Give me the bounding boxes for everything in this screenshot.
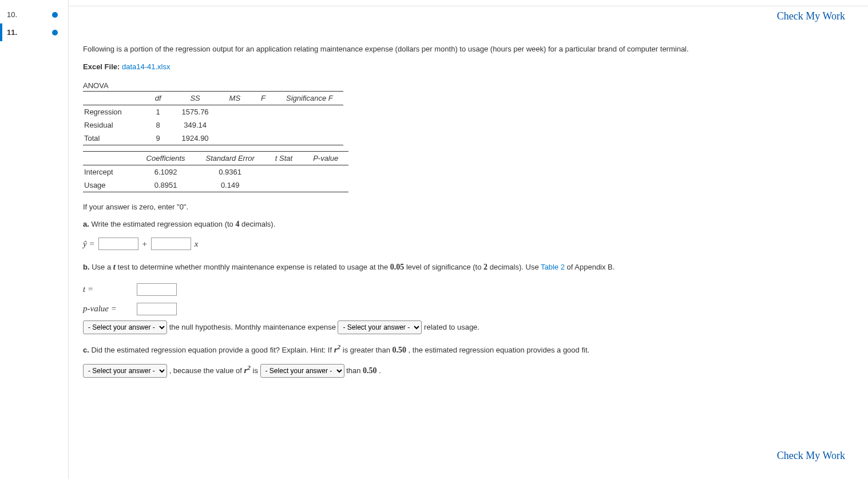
status-dot-icon [52,30,58,35]
part-b-prefix: b. [83,263,90,271]
cell-ss: 1924.90 [172,132,219,145]
part-b-text2: test to determine whether monthly mainte… [118,263,390,271]
part-a-prefix: a. [83,220,89,228]
cell-p [303,179,348,192]
cell-label: Usage [83,179,136,192]
cell-f [251,118,276,132]
q-num-10: 10. [7,10,24,19]
part-c-is: is [253,366,260,375]
part-c: c. Did the estimated regression equation… [83,341,845,378]
slope-input[interactable] [151,237,191,250]
table-row: Residual 8 349.14 [83,118,343,132]
cell-df: 8 [145,118,172,132]
r2-symbol2: r2 [244,366,250,375]
check-my-work-top-link[interactable]: Check My Work [777,10,845,22]
cell-t [265,179,303,192]
part-a-text: Write the estimated regression equation … [91,220,235,228]
coefficients-table: Coefficients Standard Error t Stat P-val… [83,151,348,192]
table-row: Regression 1 1575.76 [83,105,343,119]
hypothesis-decision-select[interactable]: - Select your answer - [83,320,167,334]
check-my-work-bottom-link[interactable]: Check My Work [777,450,845,462]
relation-select[interactable]: - Select your answer - [338,320,422,334]
part-b-mid2: related to usage. [424,323,479,331]
pvalue-input[interactable] [137,303,177,315]
main-content: Check My Work Following is a portion of … [69,0,868,479]
part-c-text2: is greater than [343,346,393,354]
cell-ms [219,105,251,119]
q-num-11: 11. [7,28,24,37]
part-c-text3: , the estimated regression equation prov… [409,346,590,354]
anova-table: df SS MS F Significance F Regression 1 1… [83,91,343,145]
table-row: Usage 0.8951 0.149 [83,179,348,192]
cell-label: Residual [83,118,145,132]
cell-df: 9 [145,132,172,145]
th-se: Standard Error [196,152,265,165]
part-c-than: than [346,366,363,375]
cell-label: Regression [83,105,145,119]
cell-coef: 0.8951 [136,179,196,192]
plus-sign: + [142,236,148,252]
part-b-mid1: the null hypothesis. Monthly maintenance… [169,323,338,331]
divider [69,6,868,6]
intercept-input[interactable] [98,237,138,250]
th-tstat: t Stat [265,152,303,165]
zero-instruction: If your answer is zero, enter "0". [83,203,845,211]
sidebar-item-q11[interactable]: 11. [0,23,68,41]
part-b: b. Use a t test to determine whether mon… [83,259,845,334]
part-c-dot: . [379,366,381,375]
cell-sig [276,132,343,145]
table2-link[interactable]: Table 2 [541,263,565,271]
dec-val: 2 [483,263,487,271]
cell-ms [219,132,251,145]
cell-sig [276,118,343,132]
th-pval: P-value [303,152,348,165]
question-sidebar: 10. 11. [0,0,69,479]
cell-label: Total [83,132,145,145]
yhat-label: ŷ = [83,236,95,252]
anova-title: ANOVA [83,81,845,90]
pvalue-label: p-value = [83,300,134,317]
part-c-prefix: c. [83,346,89,354]
cell-ss: 1575.76 [172,105,219,119]
t-italic: t [113,262,116,271]
th-sigf: Significance F [276,92,343,105]
part-a-decimals: 4 [235,220,239,228]
part-c-comma: , because the value of [169,366,244,375]
part-b-text1: Use a [92,263,113,271]
sidebar-item-q10[interactable]: 10. [0,6,68,23]
excel-file-link[interactable]: data14-41.xlsx [122,62,171,71]
t-stat-input[interactable] [137,283,177,296]
cell-coef: 6.1092 [136,165,196,179]
cell-f [251,105,276,119]
part-c-text1: Did the estimated regression equation pr… [91,346,334,354]
cell-ms [219,118,251,132]
part-b-text4: decimals). Use [490,263,541,271]
th-df: df [145,92,172,105]
part-b-text3: level of significance (to [406,263,483,271]
goodfit-select[interactable]: - Select your answer - [83,364,167,378]
cell-df: 1 [145,105,172,119]
th-blank [83,92,145,105]
cell-se: 0.149 [196,179,265,192]
th-blank [83,152,136,165]
problem-intro: Following is a portion of the regression… [83,43,845,56]
table-row: Intercept 6.1092 0.9361 [83,165,348,179]
cell-t [265,165,303,179]
t-label: t = [83,281,134,298]
part-a: a. Write the estimated regression equati… [83,217,845,252]
cell-label: Intercept [83,165,136,179]
alpha-val: 0.05 [390,263,405,271]
status-dot-icon [52,12,58,18]
th-coef: Coefficients [136,152,196,165]
excel-file-line: Excel File: data14-41.xlsx [83,62,845,71]
cell-p [303,165,348,179]
cell-sig [276,105,343,119]
th-ss: SS [172,92,219,105]
compare-select[interactable]: - Select your answer - [260,364,344,378]
part-a-suffix: decimals). [241,220,275,228]
cell-ss: 349.14 [172,118,219,132]
excel-label: Excel File: [83,62,120,71]
fifty-val: 0.50 [363,366,377,375]
thresh-val: 0.50 [392,346,406,354]
th-ms: MS [219,92,251,105]
